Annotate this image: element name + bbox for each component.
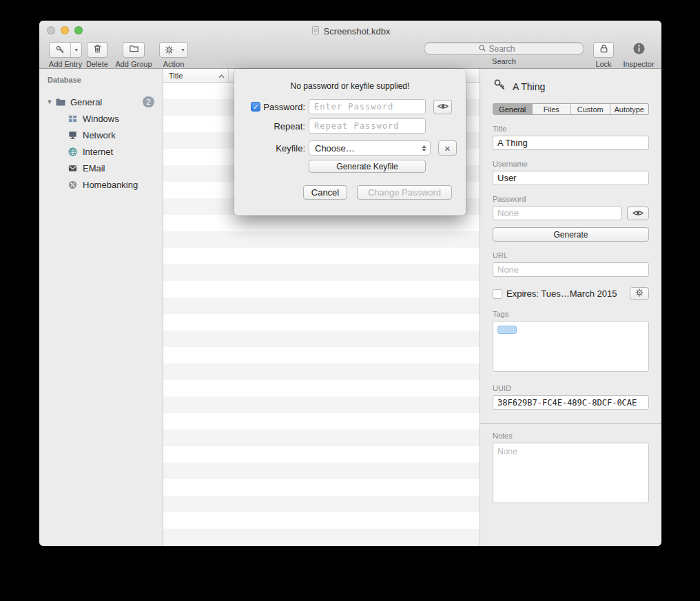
search-label: Search	[492, 57, 516, 65]
lock-label: Lock	[595, 60, 611, 68]
eye-icon	[438, 101, 449, 113]
key-icon	[50, 43, 71, 57]
action-button[interactable]: ▾	[159, 42, 188, 58]
sidebar-item-label: EMail	[83, 163, 105, 173]
email-icon	[67, 162, 79, 174]
url-label: URL	[493, 251, 649, 260]
sidebar-item-homebanking[interactable]: Homebanking	[39, 176, 163, 193]
notes-label: Notes	[493, 432, 649, 440]
toolbar-delete: Delete	[85, 42, 110, 68]
change-password-button[interactable]: Change Password	[357, 185, 452, 200]
sort-ascending-icon	[218, 72, 225, 80]
url-field[interactable]	[493, 262, 649, 277]
windows-icon	[67, 113, 79, 125]
tab-autotype[interactable]: Autotype	[610, 104, 649, 114]
password-row: ✓ Password:	[234, 99, 452, 114]
generate-keyfile-row: Generate Keyfile	[309, 160, 426, 173]
clear-keyfile-button[interactable]: ×	[438, 140, 457, 156]
generate-keyfile-button[interactable]: Generate Keyfile	[309, 160, 426, 173]
add-entry-button[interactable]: ▾	[49, 42, 82, 58]
action-label: Action	[163, 60, 185, 68]
window-title-bar: Screenshot.kdbx	[39, 25, 661, 37]
delete-button[interactable]	[87, 42, 107, 58]
password-label: Password:	[263, 102, 305, 112]
coin-icon	[67, 179, 79, 191]
show-password-button[interactable]	[627, 207, 649, 220]
folder-icon	[129, 43, 139, 56]
change-password-dialog: No password or keyfile supplied! ✓ Passw…	[234, 69, 466, 215]
entry-header: A Thing	[493, 78, 649, 94]
sidebar-item-windows[interactable]: Windows	[39, 110, 163, 127]
expires-settings-button[interactable]	[630, 287, 649, 300]
close-icon: ×	[444, 143, 451, 154]
toolbar-action: ▾ Action	[158, 42, 189, 68]
keyfile-popup[interactable]: Choose…	[309, 140, 431, 156]
toolbar-search: Search	[424, 42, 584, 65]
keyfile-label: Keyfile:	[276, 143, 305, 154]
tab-general[interactable]: General	[493, 104, 532, 114]
toolbar-inspector: Inspector	[620, 42, 657, 68]
tab-files[interactable]: Files	[532, 104, 571, 114]
disclosure-triangle-icon[interactable]: ▼	[45, 98, 54, 105]
sidebar-item-internet[interactable]: Internet	[39, 143, 163, 160]
gear-icon	[160, 43, 178, 57]
inspector-tabs: General Files Custom Autotype	[493, 103, 649, 115]
sidebar-item-network[interactable]: Network	[39, 127, 163, 143]
tags-box[interactable]	[493, 321, 649, 372]
inspector-panel: A Thing General Files Custom Autotype Ti…	[480, 69, 661, 546]
dialog-message: No password or keyfile supplied!	[234, 81, 466, 91]
password-input[interactable]	[309, 99, 426, 114]
section-divider	[480, 423, 661, 424]
entry-count-badge: 2	[143, 96, 154, 107]
sidebar-item-label: Windows	[83, 114, 119, 124]
tag-pill[interactable]	[497, 326, 517, 334]
padlock-icon	[599, 43, 609, 56]
username-label: Username	[493, 160, 649, 168]
cancel-button[interactable]: Cancel	[303, 185, 347, 200]
add-entry-label: Add Entry	[49, 60, 82, 68]
sidebar-item-label: Homebanking	[83, 180, 138, 190]
sidebar: Database ▼ General 2 Windows	[39, 69, 163, 546]
password-checkbox[interactable]: ✓	[251, 102, 260, 112]
generate-password-button[interactable]: Generate	[493, 227, 649, 242]
expires-checkbox[interactable]: ✓	[493, 289, 502, 299]
password-field[interactable]	[493, 206, 621, 220]
delete-label: Delete	[86, 60, 108, 68]
sidebar-item-email[interactable]: EMail	[39, 160, 163, 176]
sidebar-header: Database	[48, 76, 163, 84]
repeat-input[interactable]	[309, 118, 426, 134]
column-title-label: Title	[169, 72, 183, 80]
search-input[interactable]	[489, 44, 531, 54]
lock-button[interactable]	[593, 42, 614, 58]
sidebar-item-general[interactable]: ▼ General 2	[39, 94, 163, 110]
network-icon	[67, 129, 79, 141]
add-group-label: Add Group	[115, 60, 152, 68]
group-tree: ▼ General 2 Windows Network	[39, 94, 163, 193]
title-label: Title	[493, 125, 649, 133]
uuid-field[interactable]	[493, 395, 649, 410]
title-field[interactable]	[493, 136, 649, 150]
username-field[interactable]	[493, 171, 649, 185]
search-icon	[478, 43, 486, 55]
expires-row: ✓ Expires: Tues…March 2015	[493, 287, 649, 300]
show-password-button[interactable]	[433, 100, 452, 114]
trash-icon	[92, 43, 103, 56]
tags-label: Tags	[493, 310, 649, 318]
tab-custom[interactable]: Custom	[570, 104, 610, 114]
repeat-label: Repeat:	[274, 121, 305, 131]
sidebar-item-label: Internet	[83, 147, 113, 157]
search-field[interactable]	[424, 42, 584, 55]
notes-field[interactable]	[493, 443, 649, 503]
column-header-title[interactable]: Title	[163, 69, 229, 82]
add-group-button[interactable]	[123, 42, 145, 58]
window-chrome: Screenshot.kdbx ▾ Add Entry Delete	[39, 21, 661, 69]
gear-icon	[635, 288, 644, 299]
inspector-button[interactable]	[632, 42, 646, 58]
chevron-down-icon: ▾	[178, 43, 187, 57]
repeat-row: Repeat:	[234, 118, 426, 134]
chevron-down-icon[interactable]: ▾	[71, 43, 81, 57]
key-icon	[493, 78, 506, 94]
eye-icon	[632, 207, 644, 220]
keyfile-row: Keyfile: Choose… ×	[234, 140, 457, 156]
folder-icon	[54, 96, 66, 108]
